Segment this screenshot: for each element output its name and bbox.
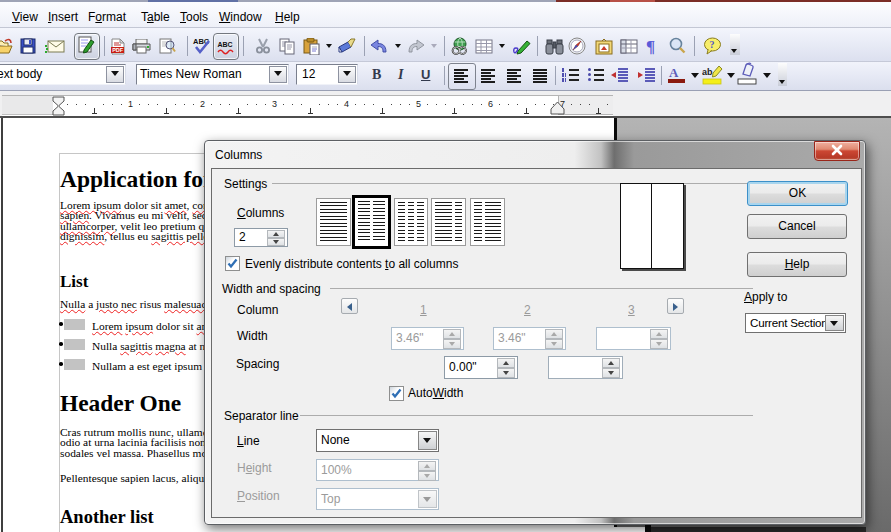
- svg-text:ABC: ABC: [218, 41, 233, 48]
- svg-text:?: ?: [710, 39, 715, 50]
- svg-text:PDF: PDF: [112, 47, 124, 53]
- svg-text:ab: ab: [702, 67, 713, 77]
- svg-text:¶: ¶: [646, 38, 655, 55]
